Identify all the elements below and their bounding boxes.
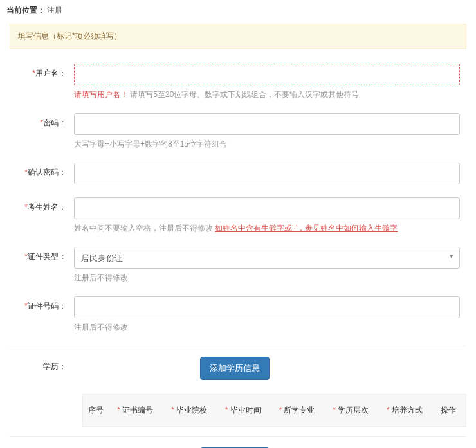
row-password: *密码： 大写字母+小写字母+数字的8至15位字符组合 (0, 108, 476, 157)
col-header: * 证书编号 (113, 396, 166, 425)
label-idno: *证件号码： (10, 296, 74, 312)
col-header: 序号 (84, 396, 112, 425)
edu-table: 序号* 证书编号* 毕业院校* 毕业时间* 所学专业* 学历层次* 培养方式操作 (82, 394, 466, 427)
separator-2 (10, 436, 466, 437)
name-input[interactable] (74, 197, 460, 219)
info-banner: 填写信息（标记*项必须填写） (10, 24, 466, 49)
label-name: *考生姓名： (10, 197, 74, 213)
col-header: * 毕业院校 (167, 396, 220, 425)
idtype-select[interactable]: 居民身份证 (74, 247, 460, 269)
idno-hint: 注册后不得修改 (74, 322, 460, 333)
row-confirm: *确认密码： (0, 157, 476, 192)
confirm-input[interactable] (74, 163, 460, 184)
rare-char-link[interactable]: 如姓名中含有生僻字或'·'，参见姓名中如何输入生僻字 (215, 224, 398, 233)
row-degree: 学位： 添加学位信息 (0, 442, 476, 448)
col-header: * 毕业时间 (221, 396, 274, 425)
password-input[interactable] (74, 113, 460, 135)
label-username: *用户名： (10, 64, 74, 79)
add-edu-button[interactable]: 添加学历信息 (200, 357, 270, 380)
breadcrumb: 当前位置： 注册 (0, 0, 476, 24)
username-hint: 请填写用户名！ 请填写5至20位字母、数字或下划线组合，不要输入汉字或其他符号 (74, 89, 460, 100)
col-header: * 学历层次 (329, 396, 381, 425)
label-confirm: *确认密码： (10, 163, 74, 178)
row-username: *用户名： 请填写用户名！ 请填写5至20位字母、数字或下划线组合，不要输入汉字… (0, 58, 476, 108)
col-header: * 培养方式 (383, 396, 435, 425)
label-password: *密码： (10, 113, 74, 129)
name-hint: 姓名中间不要输入空格，注册后不得修改 如姓名中含有生僻字或'·'，参见姓名中如何… (74, 223, 460, 234)
col-header: 操作 (437, 396, 464, 425)
edu-table-wrap: 序号* 证书编号* 毕业院校* 毕业时间* 所学专业* 学历层次* 培养方式操作 (82, 394, 466, 427)
col-header: * 所学专业 (275, 396, 327, 425)
row-edu: 学历： 添加学历信息 (0, 352, 476, 388)
idtype-hint: 注册后不得修改 (74, 273, 460, 283)
row-idtype: *证件类型： 居民身份证 注册后不得修改 (0, 242, 476, 291)
separator (10, 346, 466, 346)
idno-input[interactable] (74, 296, 460, 318)
breadcrumb-label: 当前位置： (6, 6, 45, 15)
breadcrumb-current: 注册 (47, 6, 62, 15)
label-idtype: *证件类型： (10, 247, 74, 262)
username-input[interactable] (74, 64, 460, 85)
row-idno: *证件号码： 注册后不得修改 (0, 291, 476, 341)
row-name: *考生姓名： 姓名中间不要输入空格，注册后不得修改 如姓名中含有生僻字或'·'，… (0, 192, 476, 242)
password-hint: 大写字母+小写字母+数字的8至15位字符组合 (74, 139, 460, 150)
